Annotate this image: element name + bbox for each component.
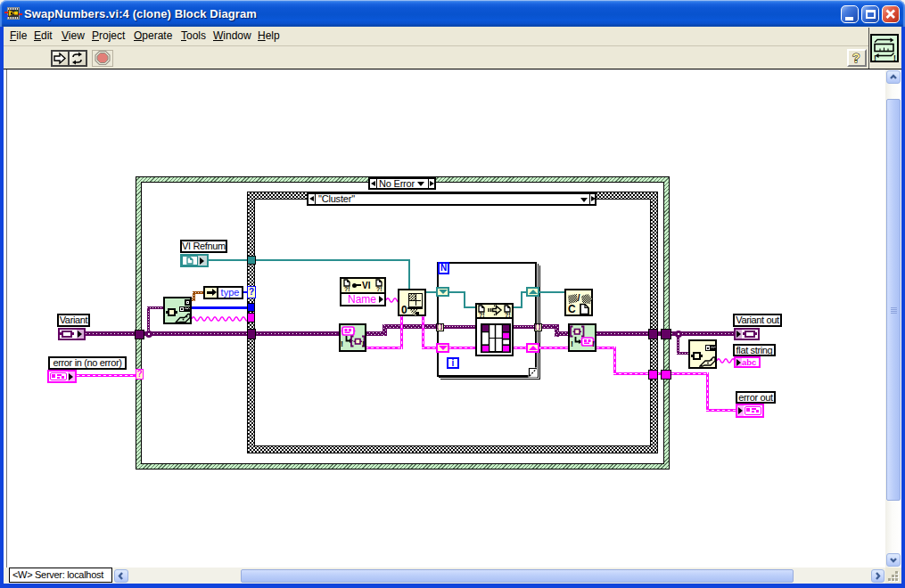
svg-text:?: ? [852,51,860,65]
